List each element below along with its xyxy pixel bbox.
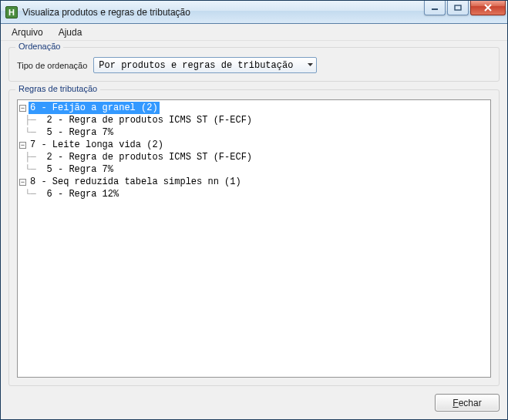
tree-node-label: 8 - Seq reduzida tabela simples nn (1) xyxy=(29,176,243,188)
tree-lines: ├─ xyxy=(19,151,36,163)
tree-leaf[interactable]: └─5 - Regra 7% xyxy=(19,163,490,176)
tree-node-label: 5 - Regra 7% xyxy=(45,163,115,176)
tipo-ordenacao-value: Por produtos e regras de tributação xyxy=(99,60,293,71)
close-button[interactable] xyxy=(470,1,506,15)
svg-rect-0 xyxy=(432,8,438,10)
footer: Fechar xyxy=(8,394,500,412)
tree-expander-icon xyxy=(36,117,43,124)
client-area: Ordenação Tipo de ordenação Por produtos… xyxy=(1,41,507,419)
tree-expander-icon xyxy=(36,191,43,198)
title-bar[interactable]: H Visualiza produtos e regras de tributa… xyxy=(1,1,507,24)
menu-arquivo[interactable]: Arquivo xyxy=(4,25,51,39)
window-title: Visualiza produtos e regras de tributaçã… xyxy=(22,7,422,18)
tree-leaf[interactable]: ├─2 - Regra de produtos ICMS ST (F-ECF) xyxy=(19,151,490,163)
regras-tree[interactable]: −6 - Feijão a granel (2) ├─2 - Regra de … xyxy=(17,99,491,378)
fechar-button[interactable]: Fechar xyxy=(435,394,500,412)
tree-leaf[interactable]: └─6 - Regra 12% xyxy=(19,188,490,200)
chevron-down-icon xyxy=(308,62,313,68)
tree-expander-icon xyxy=(36,166,43,173)
tree-node-label: 7 - Leite longa vida (2) xyxy=(29,139,165,151)
group-ordenacao: Ordenação Tipo de ordenação Por produtos… xyxy=(8,47,500,82)
group-regras-label: Regras de tributação xyxy=(15,84,100,93)
ordenacao-field-label: Tipo de ordenação xyxy=(17,61,87,70)
app-icon: H xyxy=(5,6,18,18)
tree-node-label: 5 - Regra 7% xyxy=(45,126,115,139)
tree-expander-icon xyxy=(36,154,43,161)
window-controls xyxy=(422,1,506,23)
tree-expander-icon[interactable]: − xyxy=(19,179,26,186)
tree-lines: ├─ xyxy=(19,114,36,126)
group-ordenacao-label: Ordenação xyxy=(15,42,63,51)
menu-ajuda[interactable]: Ajuda xyxy=(51,25,90,39)
tree-lines: └─ xyxy=(19,163,36,176)
tree-expander-icon[interactable]: − xyxy=(19,105,26,112)
tree-node-label: 6 - Feijão a granel (2) xyxy=(29,102,160,114)
tree-node-label: 6 - Regra 12% xyxy=(45,188,121,200)
minimize-button[interactable] xyxy=(424,1,446,15)
maximize-button[interactable] xyxy=(447,1,469,15)
fechar-accel: F xyxy=(452,398,458,408)
tree-lines: └─ xyxy=(19,126,36,139)
menu-bar: Arquivo Ajuda xyxy=(1,24,507,41)
tree-leaf[interactable]: ├─2 - Regra de produtos ICMS ST (F-ECF) xyxy=(19,114,490,126)
svg-rect-1 xyxy=(455,5,461,10)
tree-node[interactable]: −6 - Feijão a granel (2) xyxy=(19,102,490,114)
tree-node[interactable]: −8 - Seq reduzida tabela simples nn (1) xyxy=(19,176,490,188)
tree-expander-icon xyxy=(36,129,43,136)
tree-expander-icon[interactable]: − xyxy=(19,142,26,149)
group-regras: Regras de tributação −6 - Feijão a grane… xyxy=(8,89,500,386)
tree-node-label: 2 - Regra de produtos ICMS ST (F-ECF) xyxy=(45,114,254,126)
tipo-ordenacao-select[interactable]: Por produtos e regras de tributação xyxy=(93,57,317,73)
tree-lines: └─ xyxy=(19,188,36,200)
tree-leaf[interactable]: └─5 - Regra 7% xyxy=(19,126,490,139)
tree-node[interactable]: −7 - Leite longa vida (2) xyxy=(19,139,490,151)
fechar-rest: echar xyxy=(459,398,482,408)
app-window: H Visualiza produtos e regras de tributa… xyxy=(0,0,508,420)
tree-node-label: 2 - Regra de produtos ICMS ST (F-ECF) xyxy=(45,151,254,163)
